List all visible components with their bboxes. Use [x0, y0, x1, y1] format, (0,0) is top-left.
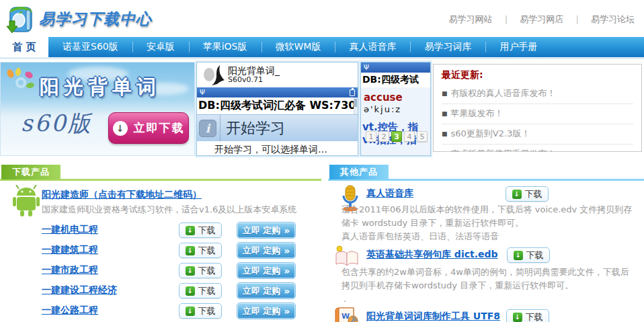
other-product-link[interactable]: 英语基础共享例句库 dict.edb	[366, 249, 498, 261]
order-button[interactable]: 立即 定购 »	[237, 262, 296, 279]
menu-selected-row: i 开始学习	[197, 114, 358, 141]
page: 易学习下载中心 易学习网站 ｜ 易学习网店 ｜ 易学习论坛 首 页 诺基亚S60…	[0, 0, 644, 322]
page-dot-4[interactable]: 4	[404, 131, 415, 142]
nav-item-wm[interactable]: 微软WM版	[261, 37, 335, 57]
order-button[interactable]: 立即 定购 »	[237, 222, 296, 239]
download-label: 下载	[525, 188, 542, 200]
top-link-shop[interactable]: 易学习网店	[520, 13, 563, 26]
chevron-right-icon: »	[284, 225, 290, 236]
flower-logo-icon	[5, 68, 36, 96]
download-button[interactable]: ↓ 下载	[507, 247, 550, 263]
page-dot-1[interactable]: 1	[366, 131, 376, 142]
download-button[interactable]: ↓ 下载	[506, 186, 549, 202]
product-link[interactable]: 一建机电工程	[42, 224, 98, 236]
top-link-website[interactable]: 易学习网站	[449, 13, 493, 26]
other-product-desc: 适合2011年06月以后版本的软件使用，下载后将 voice.edv 文件拷贝到…	[341, 204, 632, 216]
status-bar: Ψ	[361, 63, 430, 73]
chevron-right-icon: »	[284, 306, 290, 317]
download-icon: ↓	[186, 307, 195, 316]
order-button[interactable]: 立即 定购 »	[237, 303, 296, 319]
antenna-icon: Ψ	[200, 89, 205, 96]
promo-edition: s60版	[21, 108, 93, 139]
banner-download-button[interactable]: ↓ 立即下载	[108, 112, 189, 144]
nav-item-s60[interactable]: 诺基亚S60版	[48, 37, 132, 57]
update-item[interactable]: ■ 苹果版发布！	[442, 104, 633, 124]
nav-item-voice[interactable]: 真人语音库	[335, 37, 410, 57]
download-button[interactable]: ↓ 下载	[506, 309, 549, 322]
order-button[interactable]: 立即 定购 »	[237, 282, 296, 299]
product-link[interactable]: 一建建筑工程	[42, 244, 98, 256]
download-arrow-icon: ↓	[113, 121, 128, 136]
schoolbag-logo-icon	[4, 3, 35, 35]
nav-item-android[interactable]: 安卓版	[132, 37, 189, 57]
product-link[interactable]: 一建市政工程	[42, 264, 98, 276]
banner-download-label: 立即下载	[134, 120, 185, 136]
bullet-icon: ■	[442, 110, 448, 117]
site-logo[interactable]: 易学习下载中心	[4, 3, 152, 35]
chevron-right-icon: »	[284, 266, 290, 276]
others-section: 其他产品 真人语音库 ↓ 下载 适合2011年06月以后版本的软件使用，下载后将…	[321, 163, 644, 322]
word-entry: accuse	[361, 87, 430, 104]
other-product-link[interactable]: 真人语音库	[366, 188, 413, 200]
status-bar: Ψ	[197, 87, 358, 97]
download-label: 下载	[526, 311, 543, 322]
logo-text: 易学习下载中心	[39, 9, 152, 30]
word-phonetic: ə'kju:z	[361, 104, 430, 114]
other-product-desc: .	[344, 294, 346, 304]
order-button[interactable]: 立即 定购 »	[237, 242, 296, 259]
download-button[interactable]: ↓ 下载	[179, 303, 222, 319]
top-link-forum[interactable]: 易学习论坛	[591, 13, 635, 26]
page-dot-5[interactable]: 5	[417, 131, 428, 142]
update-text: 安卓版最新使用手册发布！	[451, 148, 556, 152]
open-book-icon	[333, 245, 360, 267]
page-dot-3-active[interactable]: 3	[391, 131, 402, 142]
update-item[interactable]: ■ 有版权的真人语音库发布！	[442, 84, 633, 104]
bullet-icon: ■	[442, 151, 448, 152]
update-text: 苹果版发布！	[451, 108, 504, 120]
update-text: s60更新到V2.3版！	[451, 128, 530, 140]
order-label: 立即 定购	[243, 225, 281, 237]
recent-updates-panel: 最近更新: ■ 有版权的真人语音库发布！ ■ 苹果版发布！ ■ s60更新到V2…	[433, 64, 642, 152]
download-icon: ↓	[514, 251, 523, 260]
update-item[interactable]: ■ 安卓版最新使用手册发布！	[442, 145, 633, 152]
nav-item-manual[interactable]: 用户手册	[485, 37, 551, 57]
bullet-icon: ■	[442, 90, 448, 97]
featured-product-link[interactable]: 阳光建造师（点击有下载地址二维码）	[42, 189, 202, 201]
banner-carousel: 阳光背单词 s60版 ↓ 立即下载 阳光背单词_ S60v0.71	[0, 62, 644, 156]
database-line: DB:四级考试	[361, 73, 430, 87]
link-separator: ｜	[573, 13, 581, 26]
battery-icon	[350, 89, 355, 96]
product-link[interactable]: 一建建设工程经济	[42, 284, 117, 296]
section-tab: 下载产品	[1, 165, 61, 179]
nav-item-home[interactable]: 首 页	[0, 37, 48, 57]
update-text: 有版权的真人语音库发布！	[451, 87, 556, 99]
download-button[interactable]: ↓ 下载	[179, 243, 222, 258]
update-item[interactable]: ■ s60更新到V2.3版！	[442, 124, 633, 145]
download-icon: ↓	[512, 190, 522, 199]
scrollbar	[354, 97, 358, 114]
menu-item-label: 开始学习	[226, 118, 285, 138]
app-titlebar: 阳光背单词_ S60v0.71	[197, 63, 358, 87]
download-label: 下载	[198, 285, 216, 297]
download-label: 下载	[526, 249, 544, 261]
promo-banner[interactable]: 阳光背单词 s60版 ↓ 立即下载	[0, 62, 195, 156]
link-separator: ｜	[502, 13, 511, 26]
other-product-link[interactable]: 阳光背单词词库制作工具 UTF8	[366, 311, 500, 322]
nav-item-dict[interactable]: 易学习词库	[410, 37, 485, 57]
downloads-section: 下载产品 阳光建造师（点击有下载地址二维码） 国家建造师职业资格考试练习软件，适…	[0, 163, 321, 322]
page-dot-2[interactable]: 2	[378, 131, 389, 142]
bullet-icon: ■	[442, 130, 448, 137]
others-section-header: 其他产品	[328, 165, 644, 181]
download-icon: ↓	[186, 246, 195, 255]
app-title: 阳光背单词_	[228, 65, 280, 76]
product-link[interactable]: 一建公路工程	[42, 305, 98, 317]
carousel-pagination: 1 2 3 4 5	[366, 131, 428, 142]
download-button[interactable]: ↓ 下载	[179, 223, 222, 238]
download-button[interactable]: ↓ 下载	[179, 283, 222, 298]
download-button[interactable]: ↓ 下载	[179, 263, 222, 278]
nav-item-ios[interactable]: 苹果iOS版	[189, 37, 261, 57]
download-label: 下载	[198, 245, 216, 257]
download-icon: ↓	[186, 226, 195, 235]
chevron-right-icon: »	[284, 286, 290, 296]
app-logo-icon	[197, 64, 228, 87]
